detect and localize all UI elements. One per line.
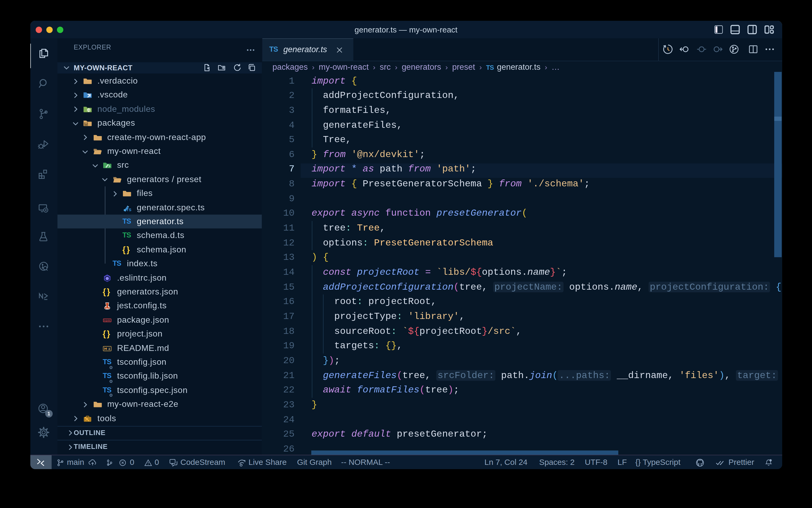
svg-text:JS: JS (87, 109, 90, 112)
svg-text:npm: npm (104, 319, 110, 322)
svg-text:TS: TS (126, 207, 132, 212)
